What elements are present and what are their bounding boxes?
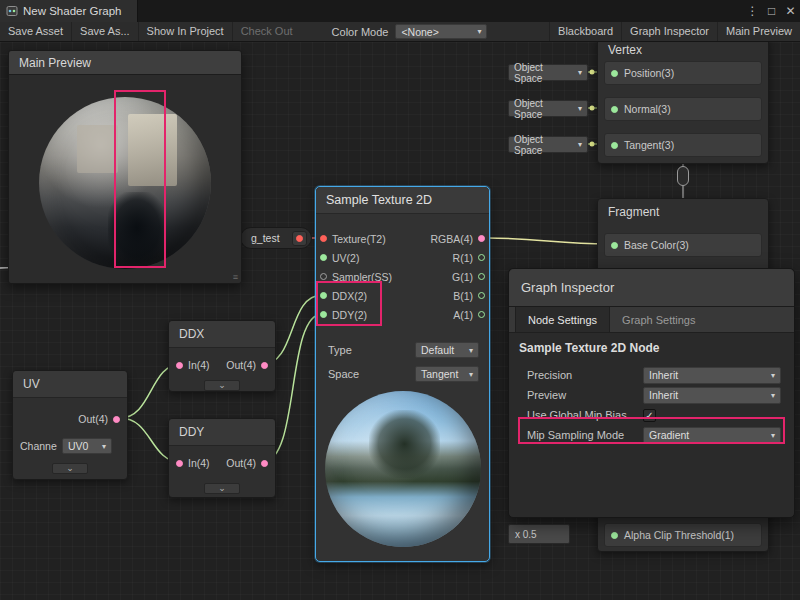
ddy-in-port[interactable] bbox=[320, 311, 327, 318]
graph-inspector-header[interactable]: Graph Inspector bbox=[509, 269, 794, 307]
main-preview-sphere bbox=[39, 97, 211, 269]
mip-mode-row: Mip Sampling Mode Gradient ▾ bbox=[527, 425, 786, 445]
position-port[interactable] bbox=[611, 70, 618, 77]
type-dropdown[interactable]: Default ▾ bbox=[415, 342, 479, 358]
color-mode-value: <None> bbox=[401, 26, 438, 38]
texture-property-node[interactable]: g_test bbox=[240, 227, 312, 249]
port-row-position[interactable]: Position(3) bbox=[604, 61, 762, 85]
alpha-clip-value-field[interactable]: x 0.5 bbox=[508, 524, 570, 544]
port-row-g: G(1) bbox=[403, 267, 486, 286]
window-menu-icon[interactable]: ⋮ bbox=[743, 4, 762, 18]
color-mode-dropdown[interactable]: <None> ▾ bbox=[395, 24, 487, 39]
collapse-chevron-icon[interactable]: ⌄ bbox=[52, 463, 88, 474]
chevron-down-icon: ▾ bbox=[578, 68, 582, 77]
port-row-alpha-clip[interactable]: Alpha Clip Threshold(1) bbox=[604, 523, 762, 547]
toolbar-right-group: Blackboard Graph Inspector Main Preview bbox=[549, 22, 800, 41]
uv-node[interactable]: UV Out(4) Channel UV0 ▾ ⌄ bbox=[12, 370, 128, 480]
port-row-b: B(1) bbox=[403, 286, 486, 305]
rgba-out-port[interactable] bbox=[478, 235, 485, 242]
collapse-chevron-icon[interactable]: ⌄ bbox=[204, 483, 240, 494]
tangent-label: Tangent(3) bbox=[624, 139, 674, 151]
port-row-normal[interactable]: Normal(3) bbox=[604, 97, 762, 121]
graph-canvas[interactable]: Main Preview ≡ Vertex Position(3) Normal… bbox=[0, 42, 800, 600]
mip-mode-label: Mip Sampling Mode bbox=[527, 429, 624, 441]
port-row-ddy: DDY(2) bbox=[320, 305, 403, 324]
uv-channel-row: Channel UV0 ▾ bbox=[20, 435, 120, 457]
main-preview-button[interactable]: Main Preview bbox=[717, 22, 800, 41]
ddx-io-row: In(4) Out(4) bbox=[176, 353, 268, 377]
position-space-dropdown[interactable]: Object Space▾ bbox=[508, 64, 588, 81]
wire-rgba-to-basecolor[interactable] bbox=[487, 238, 608, 244]
port-row-texture: Texture(T2) bbox=[320, 229, 403, 248]
normal-port[interactable] bbox=[611, 106, 618, 113]
inspector-tabs: Node Settings Graph Settings bbox=[509, 307, 794, 333]
ddx-out-port[interactable] bbox=[261, 362, 268, 369]
blackboard-button[interactable]: Blackboard bbox=[549, 22, 621, 41]
ddx-in-port[interactable] bbox=[176, 362, 183, 369]
alpha-clip-port[interactable] bbox=[611, 532, 618, 539]
ddy-out-port[interactable] bbox=[261, 460, 268, 467]
ddy-in-port[interactable] bbox=[176, 460, 183, 467]
precision-row: Precision Inherit ▾ bbox=[527, 365, 786, 385]
chevron-down-icon: ▾ bbox=[578, 104, 582, 113]
tangent-port[interactable] bbox=[611, 142, 618, 149]
sample-node-title: Sample Texture 2D bbox=[316, 187, 489, 214]
vertex-node[interactable]: Vertex Position(3) Normal(3) Tangent(3) bbox=[597, 42, 769, 164]
ddx-in-port[interactable] bbox=[320, 292, 327, 299]
ddx-node[interactable]: DDX In(4) Out(4) ⌄ bbox=[168, 320, 276, 392]
b-out-port[interactable] bbox=[478, 292, 485, 299]
check-icon: ✓ bbox=[645, 410, 653, 421]
uv-title: UV bbox=[13, 371, 127, 398]
document-tab[interactable]: New Shader Graph bbox=[0, 0, 138, 22]
save-as-button[interactable]: Save As... bbox=[71, 22, 138, 41]
uv-out-port[interactable] bbox=[113, 416, 120, 423]
unity-shader-graph-window: New Shader Graph ⋮ □ ✕ Save Asset Save A… bbox=[0, 0, 800, 600]
g-out-port[interactable] bbox=[478, 273, 485, 280]
sampler-in-port[interactable] bbox=[320, 273, 327, 280]
main-preview-title: Main Preview bbox=[19, 56, 91, 70]
sample-texture-2d-node[interactable]: Sample Texture 2D Texture(T2) UV(2) Samp… bbox=[315, 186, 490, 562]
property-texture-port[interactable] bbox=[296, 235, 303, 242]
a-out-port[interactable] bbox=[478, 311, 485, 318]
port-row-base-color[interactable]: Base Color(3) bbox=[604, 233, 762, 257]
graph-inspector-title: Graph Inspector bbox=[521, 280, 614, 295]
ddy-node[interactable]: DDY In(4) Out(4) ⌄ bbox=[168, 418, 276, 498]
main-preview-panel[interactable]: Main Preview ≡ bbox=[8, 50, 242, 284]
inspected-node-title: Sample Texture 2D Node bbox=[519, 341, 659, 355]
reflection-building bbox=[77, 125, 118, 173]
check-out-button[interactable]: Check Out bbox=[232, 22, 301, 41]
texture-in-port[interactable] bbox=[320, 235, 327, 242]
tab-graph-settings[interactable]: Graph Settings bbox=[610, 307, 707, 332]
base-color-port[interactable] bbox=[611, 242, 618, 249]
window-controls: ⋮ □ ✕ bbox=[743, 0, 800, 22]
port-row-tangent[interactable]: Tangent(3) bbox=[604, 133, 762, 157]
graph-inspector-button[interactable]: Graph Inspector bbox=[621, 22, 717, 41]
chevron-down-icon: ▾ bbox=[469, 346, 473, 355]
mip-bias-checkbox[interactable]: ✓ bbox=[643, 409, 656, 422]
channel-dropdown[interactable]: UV0 ▾ bbox=[62, 438, 112, 454]
maximize-icon[interactable]: □ bbox=[762, 4, 781, 18]
mip-mode-dropdown[interactable]: Gradient ▾ bbox=[643, 427, 781, 444]
save-asset-button[interactable]: Save Asset bbox=[0, 22, 71, 41]
normal-space-dropdown[interactable]: Object Space▾ bbox=[508, 100, 588, 117]
tangent-space-dropdown[interactable]: Object Space▾ bbox=[508, 136, 588, 153]
shader-graph-icon bbox=[6, 5, 18, 17]
show-in-project-button[interactable]: Show In Project bbox=[138, 22, 232, 41]
close-icon[interactable]: ✕ bbox=[781, 4, 800, 18]
tab-node-settings[interactable]: Node Settings bbox=[515, 307, 610, 332]
main-preview-header[interactable]: Main Preview bbox=[9, 51, 241, 75]
r-out-port[interactable] bbox=[478, 254, 485, 261]
base-color-label: Base Color(3) bbox=[624, 239, 689, 251]
preview-dropdown[interactable]: Inherit ▾ bbox=[643, 387, 781, 404]
resize-handle-icon[interactable]: ≡ bbox=[233, 273, 238, 281]
space-dropdown[interactable]: Tangent ▾ bbox=[415, 366, 479, 382]
ddx-out-label: Out(4) bbox=[226, 359, 256, 371]
graph-inspector-panel[interactable]: Graph Inspector Node Settings Graph Sett… bbox=[508, 268, 795, 518]
tab-title: New Shader Graph bbox=[23, 5, 121, 17]
port-row-uv: UV(2) bbox=[320, 248, 403, 267]
input-ports-column: Texture(T2) UV(2) Sampler(SS) DDX(2) DDY… bbox=[320, 229, 403, 324]
vertex-title: Vertex bbox=[598, 42, 768, 63]
uv-in-port[interactable] bbox=[320, 254, 327, 261]
collapse-chevron-icon[interactable]: ⌄ bbox=[204, 380, 240, 391]
precision-dropdown[interactable]: Inherit ▾ bbox=[643, 367, 781, 384]
